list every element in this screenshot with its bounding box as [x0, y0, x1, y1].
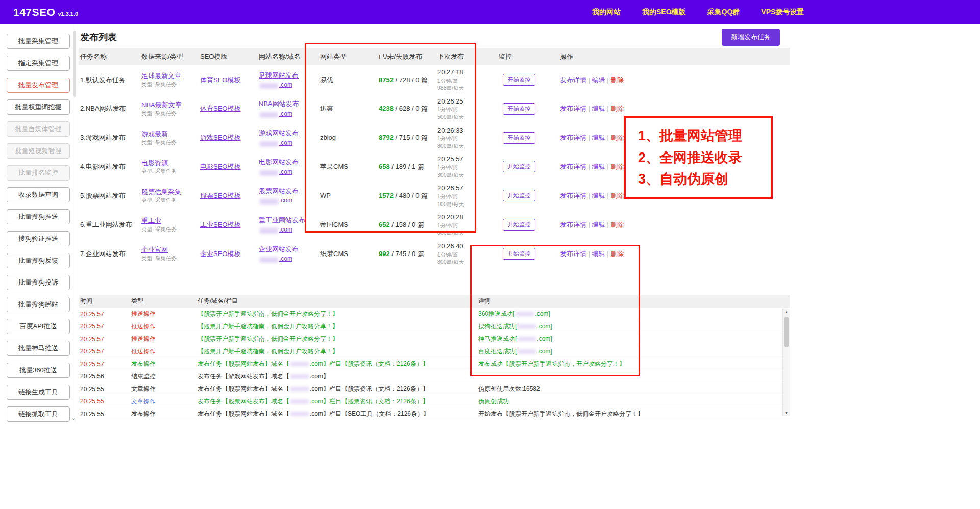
site-domain-link[interactable]: xxxxxx.com: [259, 168, 316, 176]
start-monitor-button[interactable]: 开始监控: [503, 161, 535, 172]
seo-template-link[interactable]: 电影SEO模板: [200, 163, 240, 170]
app-logo: 147SEOv1.3.1.0: [13, 6, 78, 18]
sidebar-item[interactable]: 批量搜狗反馈: [7, 253, 70, 268]
edit-link[interactable]: 编辑: [592, 250, 605, 258]
delete-link[interactable]: 删除: [610, 163, 624, 170]
edit-link[interactable]: 编辑: [592, 192, 605, 199]
seo-template-link[interactable]: 工业SEO模板: [200, 221, 240, 228]
site-name-link[interactable]: 股票网站发布: [259, 187, 299, 195]
source-link[interactable]: 重工业: [141, 217, 161, 224]
edit-link[interactable]: 编辑: [592, 76, 605, 84]
sidebar-item[interactable]: 批量360推送: [7, 363, 70, 378]
sidebar-item[interactable]: 批量搜狗推送: [7, 209, 70, 224]
sidebar-item[interactable]: 批量搜狗绑站: [7, 297, 70, 312]
publish-detail-link[interactable]: 发布详情: [560, 221, 586, 228]
sidebar-item[interactable]: 批量神马推送: [7, 341, 70, 356]
edit-link[interactable]: 编辑: [592, 134, 605, 141]
new-publish-task-button[interactable]: 新增发布任务: [722, 29, 780, 46]
site-name-link[interactable]: 电影网站发布: [259, 158, 299, 166]
site-name-link[interactable]: 重工业网站发布: [259, 216, 305, 224]
edit-link[interactable]: 编辑: [592, 221, 605, 228]
publish-detail-link[interactable]: 发布详情: [560, 105, 586, 112]
delete-link[interactable]: 删除: [610, 134, 624, 141]
scroll-up-icon[interactable]: ▲: [783, 310, 790, 314]
next-publish-time: 20:26:25: [437, 97, 495, 106]
sidebar-scroll-thumb[interactable]: [74, 31, 76, 97]
site-domain-link[interactable]: xxxxxx.com: [259, 81, 316, 89]
next-publish-time: 20:25:57: [437, 155, 495, 164]
log-task: 【股票开户新手避坑指南，低佣金开户攻略分享！】: [197, 309, 477, 319]
sidebar-item[interactable]: 收录数据查询: [7, 187, 70, 202]
delete-link[interactable]: 删除: [610, 192, 624, 199]
sidebar-item[interactable]: 批量搜狗投诉: [7, 275, 70, 290]
site-cell: 足球网站发布xxxxxx.com: [258, 68, 319, 92]
source-link[interactable]: NBA最新文章: [141, 101, 182, 109]
seo-template-link[interactable]: 体育SEO模板: [200, 105, 240, 112]
next-publish-cell: 20:26:331分钟/篇800篇/每天: [436, 123, 498, 152]
sidebar-item[interactable]: 批量采集管理: [7, 34, 70, 49]
seo-template-link[interactable]: 股票SEO模板: [200, 192, 240, 199]
source-link[interactable]: 游戏最新: [141, 130, 168, 138]
sidebar-item[interactable]: 指定采集管理: [7, 56, 70, 71]
task-name: 4.电影网站发布: [79, 160, 140, 174]
log-scroll-thumb[interactable]: [784, 317, 789, 347]
top-nav-item-3[interactable]: 采集QQ群: [707, 8, 740, 17]
log-type: 发布操作: [130, 359, 197, 369]
chevron-down-icon[interactable]: ⌄: [70, 416, 77, 421]
masked-text: xxxxxx: [259, 168, 279, 175]
site-domain-link[interactable]: xxxxxx.com: [259, 254, 316, 263]
start-monitor-button[interactable]: 开始监控: [503, 74, 535, 86]
sidebar-item[interactable]: 链接生成工具: [7, 385, 70, 400]
log-detail: 伪原创成功: [477, 396, 790, 407]
start-monitor-button[interactable]: 开始监控: [503, 219, 535, 231]
log-time: 20:25:57: [79, 360, 130, 369]
publish-detail-link[interactable]: 发布详情: [560, 250, 586, 258]
publish-detail-link[interactable]: 发布详情: [560, 163, 586, 170]
site-domain-link[interactable]: xxxxxx.com: [259, 225, 316, 234]
task-name: 1.默认发布任务: [79, 73, 140, 87]
seo-template-cell: 电影SEO模板: [199, 160, 258, 174]
delete-link[interactable]: 删除: [610, 105, 624, 112]
source-link[interactable]: 电影资源: [141, 159, 168, 167]
publish-detail-link[interactable]: 发布详情: [560, 134, 586, 141]
source-link[interactable]: 股票信息采集: [141, 188, 181, 196]
log-scrollbar[interactable]: ▲ ▼: [782, 309, 790, 416]
sidebar-item[interactable]: 百度API推送: [7, 319, 70, 334]
start-monitor-button[interactable]: 开始监控: [503, 103, 535, 115]
scroll-down-icon[interactable]: ▼: [783, 411, 790, 415]
site-domain-link[interactable]: xxxxxx.com: [259, 139, 316, 147]
site-name-link[interactable]: 足球网站发布: [259, 71, 299, 79]
seo-template-link[interactable]: 体育SEO模板: [200, 76, 240, 84]
delete-link[interactable]: 删除: [610, 250, 624, 258]
log-table-header: 时间类型任务/域名/栏目详情: [79, 295, 790, 308]
delete-link[interactable]: 删除: [610, 76, 624, 84]
publish-detail-link[interactable]: 发布详情: [560, 192, 586, 199]
publish-table: 任务名称数据来源/类型SEO模版网站名称/域名网站类型已/未/失败发布下次发布监…: [79, 48, 790, 268]
publish-stats: 652 / 158 / 0 篇: [378, 218, 436, 232]
start-monitor-button[interactable]: 开始监控: [503, 190, 535, 201]
source-link[interactable]: 足球最新文章: [141, 72, 181, 80]
seo-template-link[interactable]: 游戏SEO模板: [200, 134, 240, 141]
sidebar-item[interactable]: 批量权重词挖掘: [7, 99, 70, 115]
start-monitor-button[interactable]: 开始监控: [503, 132, 535, 144]
cms-type: 迅睿: [319, 101, 378, 116]
site-domain-link[interactable]: xxxxxx.com: [259, 196, 316, 205]
sidebar-item[interactable]: 搜狗验证推送: [7, 231, 70, 246]
publish-detail-link[interactable]: 发布详情: [560, 76, 586, 84]
seo-template-link[interactable]: 企业SEO模板: [200, 250, 240, 258]
site-name-link[interactable]: NBA网站发布: [259, 100, 299, 108]
top-header: 147SEOv1.3.1.0 我的网站我的SEO模版采集QQ群VPS拨号设置: [0, 0, 980, 24]
source-link[interactable]: 企业官网: [141, 246, 168, 253]
site-name-link[interactable]: 游戏网站发布: [259, 129, 299, 137]
edit-link[interactable]: 编辑: [592, 105, 605, 112]
top-nav-item-2[interactable]: 我的SEO模版: [642, 8, 686, 17]
start-monitor-button[interactable]: 开始监控: [503, 248, 535, 260]
top-nav-item-1[interactable]: 我的网站: [592, 8, 621, 17]
site-domain-link[interactable]: xxxxxx.com: [259, 110, 316, 118]
sidebar-item[interactable]: 批量发布管理: [7, 78, 70, 93]
top-nav-item-4[interactable]: VPS拨号设置: [761, 8, 804, 17]
delete-link[interactable]: 删除: [610, 221, 624, 228]
edit-link[interactable]: 编辑: [592, 163, 605, 170]
sidebar-item[interactable]: 链接抓取工具: [7, 406, 70, 422]
site-name-link[interactable]: 企业网站发布: [259, 245, 299, 253]
